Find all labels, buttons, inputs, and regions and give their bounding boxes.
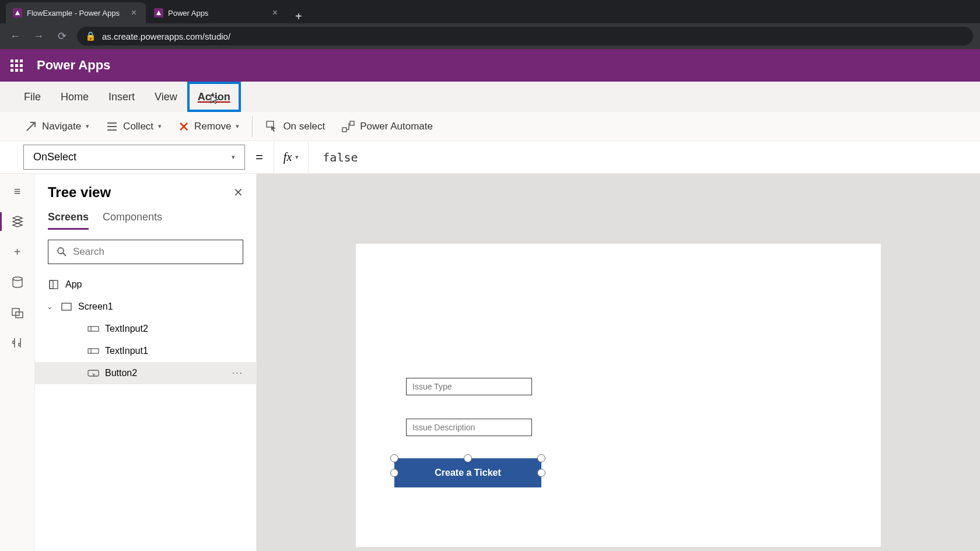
issue-type-input[interactable] [406, 378, 532, 395]
back-button[interactable]: ← [7, 30, 23, 43]
close-icon[interactable]: ✕ [233, 185, 243, 199]
selected-button-wrapper[interactable]: Create a Ticket [394, 458, 541, 487]
divider [252, 116, 253, 137]
tree-view-icon[interactable] [10, 215, 24, 229]
fx-button[interactable]: fx ▾ [274, 141, 309, 173]
more-icon[interactable]: ··· [232, 368, 243, 378]
tab-title: Power Apps [168, 9, 270, 17]
canvas-stage[interactable]: Create a Ticket [356, 244, 881, 547]
browser-tab[interactable]: Power Apps × [147, 2, 287, 23]
menu-file[interactable]: File [14, 82, 51, 112]
svg-rect-8 [50, 280, 53, 289]
reload-button[interactable]: ⟳ [54, 30, 70, 43]
browser-toolbar: ← → ⟳ 🔒 as.create.powerapps.com/studio/ [0, 23, 980, 49]
svg-point-6 [58, 248, 64, 254]
collect-button[interactable]: Collect ▾ [99, 117, 169, 136]
resize-handle[interactable] [537, 454, 545, 462]
list-icon [106, 120, 118, 133]
new-tab-button[interactable]: + [288, 10, 309, 23]
property-dropdown[interactable]: OnSelect ▾ [23, 145, 245, 170]
app-header: Power Apps [0, 49, 980, 82]
insert-icon[interactable]: + [10, 245, 24, 259]
tab-favicon-icon [13, 8, 22, 17]
button-icon [88, 368, 99, 378]
svg-rect-9 [62, 303, 71, 310]
address-bar[interactable]: 🔒 as.create.powerapps.com/studio/ [77, 27, 973, 45]
app-icon [48, 279, 60, 290]
remove-button[interactable]: Remove ▾ [171, 117, 246, 136]
issue-description-input[interactable] [406, 419, 532, 436]
tree-item-screen[interactable]: ⌄ Screen1 [35, 296, 256, 318]
tree-item-app[interactable]: App [35, 273, 256, 296]
left-rail: ≡ + [0, 174, 35, 551]
close-icon[interactable]: × [129, 8, 139, 18]
menu-bar: File Home Insert View Action [0, 82, 980, 112]
svg-point-3 [13, 277, 22, 280]
close-icon[interactable]: × [270, 8, 280, 18]
resize-handle[interactable] [390, 454, 398, 462]
x-icon [178, 121, 190, 132]
chevron-down-icon: ▾ [158, 122, 162, 130]
tools-icon[interactable] [10, 336, 24, 350]
screen-icon [61, 303, 72, 311]
menu-home[interactable]: Home [51, 82, 99, 112]
panel-title: Tree view [48, 184, 111, 201]
canvas-area: Create a Ticket [257, 174, 980, 551]
tab-title: FlowExample - Power Apps [27, 9, 129, 17]
search-input[interactable] [73, 246, 235, 258]
app-launcher-icon[interactable] [10, 59, 23, 72]
search-box[interactable] [48, 240, 243, 264]
hamburger-icon[interactable]: ≡ [10, 184, 24, 198]
svg-rect-7 [50, 280, 58, 289]
menu-insert[interactable]: Insert [99, 82, 145, 112]
search-icon [57, 247, 67, 257]
tree-view-panel: Tree view ✕ Screens Components App ⌄ Scr… [35, 174, 257, 551]
svg-rect-0 [267, 121, 274, 127]
formula-input[interactable]: false [309, 150, 980, 164]
flow-icon [341, 120, 355, 134]
chevron-down-icon: ▾ [236, 122, 239, 130]
browser-tab-active[interactable]: FlowExample - Power Apps × [6, 2, 146, 23]
tree-item-textinput1[interactable]: TextInput1 [35, 340, 256, 362]
formula-bar: OnSelect ▾ = fx ▾ false [0, 141, 980, 174]
browser-tab-strip: FlowExample - Power Apps × Power Apps × … [0, 0, 980, 23]
tab-components[interactable]: Components [103, 206, 162, 230]
chevron-down-icon: ▾ [86, 122, 89, 130]
app-title: Power Apps [37, 58, 110, 73]
url-text: as.create.powerapps.com/studio/ [102, 31, 230, 41]
chevron-down-icon: ▾ [295, 153, 299, 161]
chevron-down-icon: ▾ [232, 153, 235, 161]
ribbon-toolbar: Navigate ▾ Collect ▾ Remove ▾ On select … [0, 112, 980, 141]
resize-handle[interactable] [537, 469, 545, 477]
navigate-icon [24, 120, 37, 133]
resize-handle[interactable] [390, 469, 398, 477]
tree-list: App ⌄ Screen1 TextInput2 TextInput1 Butt… [35, 273, 256, 551]
resize-handle[interactable] [464, 454, 472, 462]
forward-button[interactable]: → [30, 30, 47, 43]
textinput-icon [88, 347, 99, 355]
svg-rect-10 [88, 327, 99, 331]
on-select-button[interactable]: On select [258, 117, 332, 136]
navigate-button[interactable]: Navigate ▾ [18, 117, 96, 136]
tree-item-button2[interactable]: Button2 ··· [35, 362, 256, 384]
power-automate-button[interactable]: Power Automate [334, 116, 440, 137]
media-icon[interactable] [10, 306, 24, 320]
create-ticket-button[interactable]: Create a Ticket [394, 458, 541, 487]
tab-favicon-icon [154, 8, 163, 17]
chevron-down-icon[interactable]: ⌄ [47, 303, 55, 311]
data-icon[interactable] [10, 275, 24, 289]
menu-action[interactable]: Action [187, 82, 241, 112]
tab-screens[interactable]: Screens [48, 206, 89, 230]
cursor-click-icon [265, 120, 278, 133]
svg-rect-11 [88, 349, 99, 353]
menu-view[interactable]: View [145, 82, 187, 112]
lock-icon: 🔒 [85, 31, 96, 41]
tree-item-textinput2[interactable]: TextInput2 [35, 318, 256, 340]
svg-rect-2 [350, 121, 354, 125]
textinput-icon [88, 325, 99, 333]
svg-rect-1 [342, 128, 346, 132]
main-layout: ≡ + Tree view ✕ Screens Components [0, 174, 980, 551]
equals-label: = [245, 150, 274, 165]
